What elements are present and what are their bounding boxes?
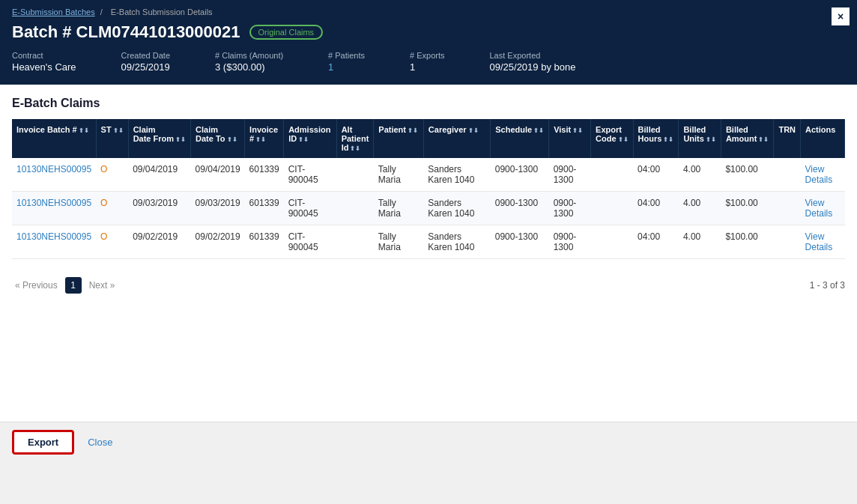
- cell-alt-patient-id: [336, 192, 374, 225]
- cell-visit: 0900-1300: [549, 158, 591, 192]
- page-header: E-Submission Batches / E-Batch Submissio…: [0, 0, 857, 85]
- cell-action[interactable]: View Details: [801, 158, 845, 192]
- meta-patients-label: # Patients: [328, 51, 365, 60]
- cell-invoice-num: 601339: [245, 192, 284, 225]
- main-content: E-Batch Claims Invoice Batch #⬆⬇ ST⬆⬇ Cl…: [0, 85, 857, 422]
- cell-claim-date-from: 09/02/2019: [128, 225, 190, 259]
- col-admission-id[interactable]: AdmissionID⬆⬇: [284, 119, 336, 158]
- cell-billed-amount: $100.00: [721, 192, 774, 225]
- batch-title-text: Batch # CLM07441013000021: [12, 22, 240, 42]
- cell-claim-date-from: 09/04/2019: [128, 158, 190, 192]
- prev-page-button[interactable]: « Previous: [12, 279, 61, 292]
- table-row: 10130NEHS00095O09/04/201909/04/201960133…: [12, 158, 845, 192]
- table-row: 10130NEHS00095O09/02/201909/02/201960133…: [12, 225, 845, 259]
- next-page-button[interactable]: Next »: [86, 279, 118, 292]
- meta-contract: Contract Heaven's Care: [12, 51, 76, 73]
- table-body: 10130NEHS00095O09/04/201909/04/201960133…: [12, 158, 845, 259]
- cell-action[interactable]: View Details: [801, 192, 845, 225]
- meta-created-label: Created Date: [121, 51, 170, 60]
- meta-row: Contract Heaven's Care Created Date 09/2…: [12, 51, 845, 73]
- cell-patient: Tally Maria: [374, 225, 424, 259]
- cell-admission-id: CIT-900045: [284, 158, 336, 192]
- cell-action[interactable]: View Details: [801, 225, 845, 259]
- meta-contract-value: Heaven's Care: [12, 61, 76, 73]
- breadcrumb-current: E-Batch Submission Details: [111, 7, 213, 16]
- page-footer: Export Close: [0, 422, 857, 462]
- col-st[interactable]: ST⬆⬇: [96, 119, 128, 158]
- cell-schedule: 0900-1300: [491, 192, 549, 225]
- cell-admission-id: CIT-900045: [284, 192, 336, 225]
- col-invoice-batch[interactable]: Invoice Batch #⬆⬇: [12, 119, 96, 158]
- original-claims-badge: Original Claims: [249, 25, 324, 40]
- col-claim-date-from[interactable]: ClaimDate From⬆⬇: [128, 119, 190, 158]
- cell-caregiver: Sanders Karen 1040: [423, 225, 490, 259]
- cell-patient: Tally Maria: [374, 192, 424, 225]
- meta-created-date: Created Date 09/25/2019: [121, 51, 170, 73]
- breadcrumb-separator: /: [100, 7, 105, 16]
- meta-patients: # Patients 1: [328, 51, 365, 73]
- cell-invoice-num: 601339: [245, 225, 284, 259]
- table-row: 10130NEHS00095O09/03/201909/03/201960133…: [12, 192, 845, 225]
- meta-created-value: 09/25/2019: [121, 61, 170, 73]
- col-claim-date-to[interactable]: ClaimDate To⬆⬇: [191, 119, 245, 158]
- cell-alt-patient-id: [336, 158, 374, 192]
- pagination-count: 1 - 3 of 3: [810, 280, 845, 291]
- cell-claim-date-to: 09/03/2019: [191, 192, 245, 225]
- cell-st: O: [96, 225, 128, 259]
- export-button[interactable]: Export: [12, 430, 74, 455]
- meta-claims-value: 3 ($300.00): [215, 61, 283, 73]
- cell-billed-units: 4.00: [679, 158, 721, 192]
- meta-exports-value: 1: [410, 61, 444, 73]
- cell-st: O: [96, 158, 128, 192]
- meta-contract-label: Contract: [12, 51, 76, 60]
- col-invoice-num[interactable]: Invoice#⬆⬇: [245, 119, 284, 158]
- col-patient[interactable]: Patient⬆⬇: [374, 119, 424, 158]
- table-header-row: Invoice Batch #⬆⬇ ST⬆⬇ ClaimDate From⬆⬇ …: [12, 119, 845, 158]
- claims-table-wrapper: Invoice Batch #⬆⬇ ST⬆⬇ ClaimDate From⬆⬇ …: [12, 119, 845, 259]
- cell-trn: [774, 158, 801, 192]
- close-header-button[interactable]: ×: [832, 7, 850, 25]
- cell-caregiver: Sanders Karen 1040: [423, 192, 490, 225]
- breadcrumb: E-Submission Batches / E-Batch Submissio…: [12, 7, 845, 16]
- close-button[interactable]: Close: [82, 432, 118, 452]
- breadcrumb-parent-link[interactable]: E-Submission Batches: [12, 7, 95, 16]
- meta-last-exported-value: 09/25/2019 by bone: [490, 61, 576, 73]
- cell-visit: 0900-1300: [549, 192, 591, 225]
- cell-trn: [774, 225, 801, 259]
- cell-caregiver: Sanders Karen 1040: [423, 158, 490, 192]
- cell-export-code: [591, 192, 634, 225]
- cell-schedule: 0900-1300: [491, 158, 549, 192]
- cell-billed-amount: $100.00: [721, 158, 774, 192]
- cell-invoice-batch: 10130NEHS00095: [12, 158, 96, 192]
- cell-claim-date-from: 09/03/2019: [128, 192, 190, 225]
- col-billed-hours[interactable]: BilledHours⬆⬇: [633, 119, 679, 158]
- col-actions: Actions: [801, 119, 845, 158]
- meta-last-exported-label: Last Exported: [490, 51, 576, 60]
- col-export-code: ExportCode⬆⬇: [591, 119, 634, 158]
- page-number-1[interactable]: 1: [65, 277, 82, 294]
- col-billed-amount[interactable]: BilledAmount⬆⬇: [721, 119, 774, 158]
- meta-claims-label: # Claims (Amount): [215, 51, 283, 60]
- cell-admission-id: CIT-900045: [284, 225, 336, 259]
- batch-title-row: Batch # CLM07441013000021 Original Claim…: [12, 22, 845, 42]
- meta-patients-value: 1: [328, 61, 365, 73]
- cell-billed-amount: $100.00: [721, 225, 774, 259]
- col-alt-patient-id[interactable]: AltPatientId⬆⬇: [336, 119, 374, 158]
- cell-billed-hours: 04:00: [633, 158, 679, 192]
- col-schedule[interactable]: Schedule⬆⬇: [491, 119, 549, 158]
- cell-visit: 0900-1300: [549, 225, 591, 259]
- cell-billed-units: 4.00: [679, 225, 721, 259]
- cell-alt-patient-id: [336, 225, 374, 259]
- cell-claim-date-to: 09/02/2019: [191, 225, 245, 259]
- col-trn: TRN: [774, 119, 801, 158]
- cell-trn: [774, 192, 801, 225]
- col-visit[interactable]: Visit⬆⬇: [549, 119, 591, 158]
- pagination: « Previous 1 Next » 1 - 3 of 3: [12, 271, 845, 300]
- col-billed-units[interactable]: BilledUnits⬆⬇: [679, 119, 721, 158]
- cell-billed-units: 4.00: [679, 192, 721, 225]
- cell-patient: Tally Maria: [374, 158, 424, 192]
- cell-billed-hours: 04:00: [633, 192, 679, 225]
- meta-exports-label: # Exports: [410, 51, 444, 60]
- claims-table: Invoice Batch #⬆⬇ ST⬆⬇ ClaimDate From⬆⬇ …: [12, 119, 845, 259]
- col-caregiver[interactable]: Caregiver⬆⬇: [423, 119, 490, 158]
